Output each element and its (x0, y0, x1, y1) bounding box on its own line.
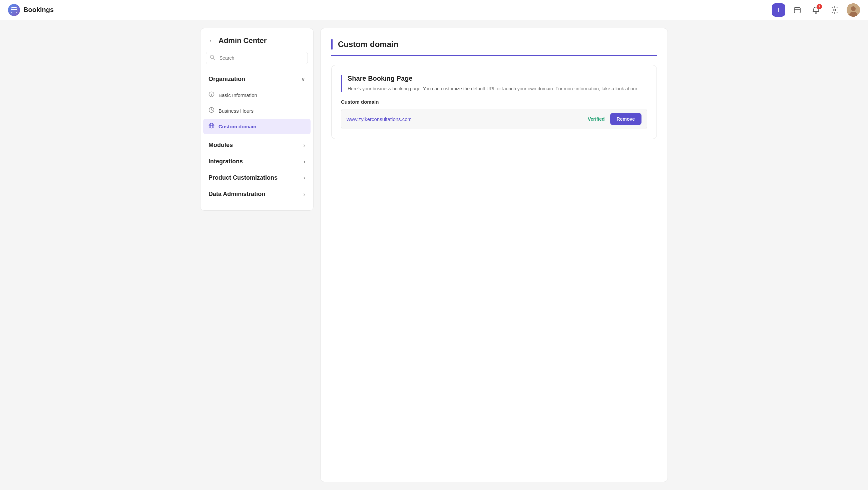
section-data-administration-header[interactable]: Data Administration › (200, 186, 313, 202)
main-layout: ← Admin Center Organization ∨ (192, 20, 676, 490)
sidebar: ← Admin Center Organization ∨ (200, 28, 314, 211)
section-modules-header[interactable]: Modules › (200, 137, 313, 153)
svg-rect-4 (794, 8, 800, 13)
sidebar-search (206, 52, 308, 64)
modules-chevron: › (304, 142, 305, 148)
svg-point-8 (816, 12, 817, 13)
card-header: Share Booking Page Here's your business … (341, 75, 647, 92)
remove-button[interactable]: Remove (610, 113, 642, 125)
search-input[interactable] (206, 52, 308, 64)
card-header-content: Share Booking Page Here's your business … (348, 75, 637, 92)
section-organization: Organization ∨ Basic Information (200, 71, 313, 137)
page-title: Custom domain (338, 40, 398, 49)
sidebar-item-business-hours[interactable]: Business Hours (200, 103, 313, 119)
clock-icon (209, 107, 215, 115)
svg-point-11 (851, 6, 856, 11)
content-header: Custom domain (331, 39, 657, 56)
notification-badge: 7 (817, 4, 822, 9)
svg-point-9 (834, 9, 836, 11)
domain-section: Custom domain www.zylkerconsultations.co… (341, 99, 647, 129)
top-navigation: Bookings + 7 (0, 0, 868, 20)
app-logo (8, 4, 20, 16)
svg-rect-0 (11, 8, 17, 13)
search-icon (210, 55, 215, 61)
app-title: Bookings (23, 6, 54, 14)
section-product-customizations-header[interactable]: Product Customizations › (200, 170, 313, 186)
svg-line-20 (212, 110, 213, 111)
card-description: Here's your business booking page. You c… (348, 85, 637, 92)
calendar-button[interactable] (790, 3, 804, 17)
business-hours-label: Business Hours (218, 108, 253, 114)
svg-rect-6 (796, 7, 796, 8)
section-modules: Modules › (200, 137, 313, 153)
section-data-administration: Data Administration › (200, 186, 313, 202)
data-administration-chevron: › (304, 191, 305, 197)
sidebar-title: Admin Center (218, 36, 267, 45)
domain-row: www.zylkerconsultations.com Verified Rem… (341, 109, 647, 129)
section-organization-header[interactable]: Organization ∨ (200, 71, 313, 87)
verified-badge: Verified (588, 116, 605, 122)
organization-items: Basic Information Business Hours (200, 87, 313, 137)
header-bar-accent (331, 39, 333, 50)
topnav-left: Bookings (8, 4, 54, 16)
svg-point-17 (211, 93, 212, 94)
svg-rect-7 (798, 7, 799, 8)
sidebar-header: ← Admin Center (200, 36, 313, 52)
section-integrations-header[interactable]: Integrations › (200, 153, 313, 170)
domain-section-title: Custom domain (341, 99, 647, 105)
svg-rect-3 (15, 7, 16, 8)
add-button[interactable]: + (772, 3, 785, 17)
custom-domain-label: Custom domain (218, 124, 256, 129)
integrations-chevron: › (304, 159, 305, 165)
content-area: Custom domain Share Booking Page Here's … (320, 28, 668, 482)
user-avatar[interactable] (847, 3, 860, 17)
back-arrow-icon[interactable]: ← (209, 37, 215, 44)
settings-button[interactable] (828, 3, 841, 17)
domain-icon (209, 123, 215, 130)
topnav-right: + 7 (772, 3, 860, 17)
section-product-customizations: Product Customizations › (200, 170, 313, 186)
info-icon (209, 91, 215, 99)
sidebar-item-basic-information[interactable]: Basic Information (200, 87, 313, 103)
basic-information-label: Basic Information (218, 92, 257, 98)
svg-rect-2 (12, 7, 13, 8)
product-customizations-chevron: › (304, 175, 305, 181)
card-title: Share Booking Page (348, 75, 637, 82)
notifications-button[interactable]: 7 (809, 3, 823, 17)
section-integrations: Integrations › (200, 153, 313, 170)
organization-chevron: ∨ (301, 76, 305, 82)
svg-line-14 (214, 58, 215, 60)
domain-url: www.zylkerconsultations.com (347, 116, 412, 122)
sidebar-item-custom-domain[interactable]: Custom domain (203, 119, 311, 134)
domain-right: Verified Remove (588, 113, 642, 125)
share-booking-card: Share Booking Page Here's your business … (331, 65, 657, 139)
